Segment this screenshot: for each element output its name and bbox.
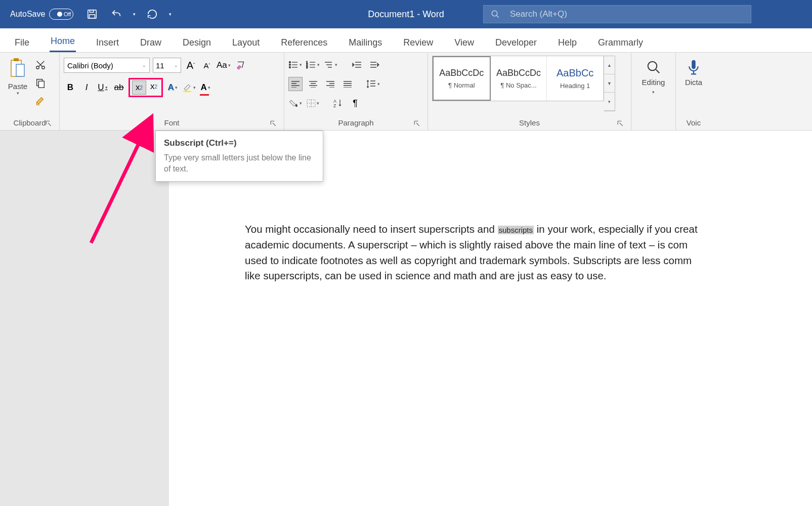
tooltip-description: Type very small letters just below the l… xyxy=(164,152,315,174)
toggle-knob xyxy=(57,12,62,17)
shading-button[interactable]: ▾ xyxy=(288,96,302,110)
style-nospacing[interactable]: AaBbCcDc ¶ No Spac... xyxy=(491,56,547,101)
svg-point-12 xyxy=(289,62,291,63)
multilevel-list-button[interactable]: ▾ xyxy=(324,58,337,72)
justify-button[interactable] xyxy=(341,77,354,91)
group-styles: AaBbCcDc ¶ Normal AaBbCcDc ¶ No Spac... … xyxy=(428,53,631,130)
line-spacing-button[interactable]: ▾ xyxy=(366,77,380,91)
cut-button[interactable] xyxy=(33,58,48,72)
document-area: You might occasionally need to insert su… xyxy=(0,131,812,506)
decrease-indent-button[interactable] xyxy=(351,58,364,72)
highlight-button[interactable]: ▾ xyxy=(182,80,196,95)
search-placeholder: Search (Alt+Q) xyxy=(510,9,567,19)
font-size-select[interactable]: 11⌄ xyxy=(153,58,181,73)
tab-grammarly[interactable]: Grammarly xyxy=(597,32,644,52)
svg-rect-5 xyxy=(14,58,19,61)
title-bar: AutoSave Off ▾ ▾ Document1 - Word Search… xyxy=(0,0,812,28)
svg-text:3: 3 xyxy=(306,66,308,69)
tab-insert[interactable]: Insert xyxy=(95,32,120,52)
tab-file[interactable]: File xyxy=(14,32,30,52)
font-color-button[interactable]: A▾ xyxy=(199,80,212,95)
dictate-button[interactable] xyxy=(686,59,701,78)
tab-references[interactable]: References xyxy=(280,32,328,52)
increase-indent-button[interactable] xyxy=(368,58,381,72)
grow-font-button[interactable]: Aˆ xyxy=(184,58,197,72)
clear-formatting-button[interactable] xyxy=(234,58,247,72)
tab-view[interactable]: View xyxy=(453,32,475,52)
svg-point-8 xyxy=(42,66,45,69)
bullets-button[interactable]: ▾ xyxy=(288,58,302,72)
styles-scroll-up[interactable]: ▲ xyxy=(604,56,615,74)
italic-button[interactable]: I xyxy=(80,80,93,95)
align-center-button[interactable] xyxy=(307,77,320,91)
borders-button[interactable]: ▾ xyxy=(306,96,319,110)
style-name: Heading 1 xyxy=(560,82,590,90)
copy-button[interactable] xyxy=(33,76,48,90)
format-painter-button[interactable] xyxy=(33,94,48,108)
tab-layout[interactable]: Layout xyxy=(231,32,261,52)
subscript-button[interactable]: x2 xyxy=(132,80,146,95)
strikethrough-button[interactable]: ab xyxy=(112,80,125,95)
ribbon-tabs: File Home Insert Draw Design Layout Refe… xyxy=(0,28,812,53)
style-heading1[interactable]: AaBbCc Heading 1 xyxy=(547,56,604,101)
autosave-toggle[interactable]: AutoSave Off xyxy=(10,9,73,20)
clipboard-launcher[interactable] xyxy=(45,120,52,127)
paragraph-label: Paragraph xyxy=(338,118,373,127)
show-marks-button[interactable]: ¶ xyxy=(349,96,362,110)
page-gutter xyxy=(0,131,169,506)
font-launcher[interactable] xyxy=(270,120,277,127)
align-right-button[interactable] xyxy=(324,77,337,91)
style-preview: AaBbCc xyxy=(557,67,593,79)
tab-mailings[interactable]: Mailings xyxy=(348,32,383,52)
paste-dropdown[interactable]: ▾ xyxy=(17,91,19,96)
text-span: You might occasionally need to insert su… xyxy=(245,223,498,235)
group-voice: Dicta Voic xyxy=(676,53,711,130)
quick-access-toolbar: ▾ ▾ xyxy=(84,7,172,22)
styles-scroll-down[interactable]: ▼ xyxy=(604,74,615,93)
font-size-value: 11 xyxy=(156,61,164,70)
undo-button[interactable] xyxy=(109,7,124,22)
paste-button[interactable] xyxy=(7,56,29,81)
styles-expand[interactable]: ▾ xyxy=(604,93,615,111)
editing-dropdown[interactable]: ▾ xyxy=(652,90,655,95)
svg-text:Z: Z xyxy=(333,103,336,108)
group-editing: Editing ▾ xyxy=(631,53,676,130)
search-box[interactable]: Search (Alt+Q) xyxy=(483,5,751,23)
change-case-button[interactable]: Aa▾ xyxy=(217,58,231,72)
find-button[interactable] xyxy=(646,60,661,75)
autosave-switch[interactable]: Off xyxy=(49,9,73,20)
text-effects-button[interactable]: A▾ xyxy=(166,80,179,95)
save-button[interactable] xyxy=(84,7,100,22)
group-font: Calibri (Body)⌄ 11⌄ Aˆ Aˆ Aa▾ B I U▾ ab … xyxy=(60,53,284,130)
qat-customize-dropdown[interactable]: ▾ xyxy=(169,12,172,17)
font-family-select[interactable]: Calibri (Body)⌄ xyxy=(64,58,150,73)
sort-button[interactable]: AZ xyxy=(331,96,345,110)
style-normal[interactable]: AaBbCcDc ¶ Normal xyxy=(433,56,491,101)
document-body[interactable]: You might occasionally need to insert su… xyxy=(245,222,812,284)
tab-design[interactable]: Design xyxy=(182,32,212,52)
tab-home[interactable]: Home xyxy=(50,31,76,52)
document-page[interactable]: You might occasionally need to insert su… xyxy=(169,131,812,506)
style-name: ¶ No Spac... xyxy=(500,81,536,89)
group-paragraph: ▾ 123▾ ▾ ▾ ▾ ▾ AZ ¶ xyxy=(284,53,428,130)
paragraph-launcher[interactable] xyxy=(413,120,420,127)
underline-button[interactable]: U▾ xyxy=(96,80,109,95)
superscript-button[interactable]: x2 xyxy=(147,79,160,94)
align-left-button[interactable] xyxy=(288,77,303,91)
styles-scroll[interactable]: ▲ ▼ ▾ xyxy=(604,56,615,111)
tab-draw[interactable]: Draw xyxy=(139,32,162,52)
style-name: ¶ Normal xyxy=(448,81,475,89)
undo-dropdown[interactable]: ▾ xyxy=(133,12,136,17)
shrink-font-button[interactable]: Aˆ xyxy=(200,58,213,72)
bold-button[interactable]: B xyxy=(64,80,77,95)
styles-gallery[interactable]: AaBbCcDc ¶ Normal AaBbCcDc ¶ No Spac... … xyxy=(432,56,604,101)
tab-review[interactable]: Review xyxy=(402,32,434,52)
paste-label: Paste xyxy=(8,82,27,91)
numbering-button[interactable]: 123▾ xyxy=(306,58,320,72)
redo-button[interactable] xyxy=(145,7,160,22)
tab-help[interactable]: Help xyxy=(557,32,578,52)
styles-launcher[interactable] xyxy=(617,120,624,127)
svg-rect-11 xyxy=(184,91,191,93)
tab-developer[interactable]: Developer xyxy=(494,32,538,52)
svg-point-13 xyxy=(289,64,291,66)
